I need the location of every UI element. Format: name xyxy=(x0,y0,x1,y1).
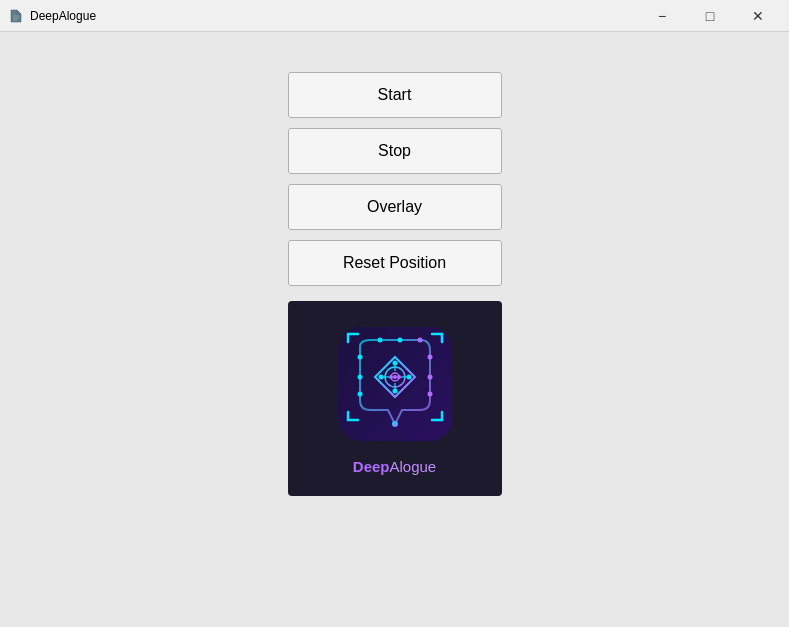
overlay-button[interactable]: Overlay xyxy=(288,184,502,230)
svg-point-9 xyxy=(427,392,432,397)
svg-point-19 xyxy=(389,375,393,379)
svg-point-6 xyxy=(357,392,362,397)
maximize-button[interactable]: □ xyxy=(687,0,733,32)
logo-alogue: Alogue xyxy=(389,458,436,475)
svg-point-11 xyxy=(397,338,402,343)
svg-point-5 xyxy=(357,375,362,380)
logo-text: DeepAlogue xyxy=(353,458,436,475)
svg-point-20 xyxy=(397,375,401,379)
svg-point-12 xyxy=(417,338,422,343)
svg-point-10 xyxy=(377,338,382,343)
main-content: Start Stop Overlay Reset Position xyxy=(0,32,789,496)
svg-point-7 xyxy=(427,355,432,360)
logo-deep: Deep xyxy=(353,458,390,475)
svg-point-26 xyxy=(392,421,398,427)
start-button[interactable]: Start xyxy=(288,72,502,118)
title-bar-left: DeepAlogue xyxy=(8,8,96,24)
app-icon xyxy=(8,8,24,24)
svg-point-4 xyxy=(357,355,362,360)
minimize-button[interactable]: − xyxy=(639,0,685,32)
app-title: DeepAlogue xyxy=(30,9,96,23)
svg-point-21 xyxy=(393,375,397,379)
logo-container: DeepAlogue xyxy=(288,301,502,496)
close-button[interactable]: ✕ xyxy=(735,0,781,32)
logo-image xyxy=(330,322,460,452)
stop-button[interactable]: Stop xyxy=(288,128,502,174)
title-bar: DeepAlogue − □ ✕ xyxy=(0,0,789,32)
window-controls: − □ ✕ xyxy=(639,0,781,32)
svg-point-8 xyxy=(427,375,432,380)
reset-position-button[interactable]: Reset Position xyxy=(288,240,502,286)
